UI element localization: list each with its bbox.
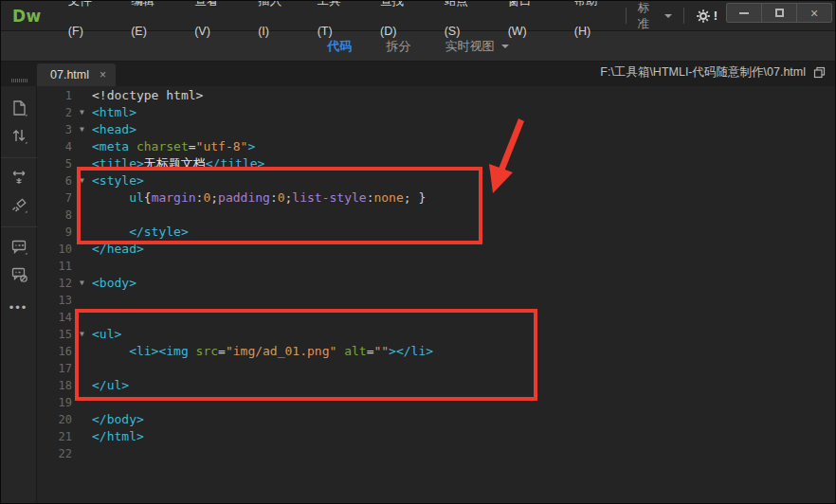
gear-badge: ! — [714, 9, 718, 23]
settings-button[interactable]: ! — [696, 9, 718, 24]
maximize-button[interactable] — [762, 4, 797, 22]
coding-toolbar: ••• — [1, 86, 37, 504]
remove-comment-icon[interactable] — [7, 261, 31, 286]
code-text: <li><img src="img/ad_01.png" alt=""></li… — [92, 343, 433, 360]
code-text: <body> — [92, 275, 136, 292]
close-button[interactable]: × — [797, 4, 831, 22]
menubar: 文件(F)编辑(E)查看(V)插入(I)工具(T)查找(D)站点(S)窗口(W)… — [55, 0, 626, 46]
code-line-1[interactable]: 1<!doctype html> — [37, 87, 835, 104]
open-documents-icon[interactable] — [7, 96, 31, 120]
line-number: 20 — [37, 411, 72, 428]
line-number: 12 — [37, 275, 72, 292]
fold-arrow-icon[interactable]: ▼ — [72, 172, 92, 189]
line-number: 21 — [37, 428, 72, 445]
file-path-area: F:\工具箱\HTMLI-代码随意制作\07.html — [600, 64, 835, 86]
menu-insert[interactable]: 插入(I) — [245, 0, 303, 46]
grip-dots-icon — [11, 79, 27, 82]
fold-gutter — [72, 189, 92, 207]
code-line-11[interactable]: 11 — [37, 258, 835, 275]
line-number: 19 — [37, 394, 72, 411]
code-line-22[interactable]: 22 — [37, 445, 835, 462]
fold-gutter — [72, 428, 92, 445]
code-line-19[interactable]: 19 — [37, 394, 835, 411]
code-line-6[interactable]: 6▼<style> — [37, 172, 835, 189]
menu-file[interactable]: 文件(F) — [55, 0, 118, 46]
code-line-2[interactable]: 2▼<html> — [37, 104, 835, 121]
menu-site[interactable]: 站点(S) — [431, 0, 495, 46]
gear-icon — [696, 9, 711, 24]
dreamweaver-window: Dw 文件(F)编辑(E)查看(V)插入(I)工具(T)查找(D)站点(S)窗口… — [0, 0, 836, 504]
more-options-icon[interactable]: ••• — [9, 300, 28, 315]
code-text: <html> — [92, 104, 136, 121]
line-number: 5 — [37, 155, 72, 172]
code-line-9[interactable]: 9 </style> — [37, 224, 835, 241]
toolbar-divider — [1, 157, 37, 158]
code-text: </body> — [92, 411, 144, 428]
collapse-expand-icon[interactable] — [7, 123, 31, 148]
line-number: 7 — [37, 189, 72, 207]
file-path: F:\工具箱\HTMLI-代码随意制作\07.html — [600, 64, 806, 81]
line-number: 8 — [37, 207, 72, 224]
titlebar-divider — [626, 8, 627, 24]
line-number: 3 — [37, 121, 72, 138]
menu-window[interactable]: 窗口(W) — [495, 0, 561, 46]
menu-help[interactable]: 帮助(H) — [561, 0, 626, 46]
code-text: <title>无标题文档</title> — [92, 155, 264, 172]
code-line-3[interactable]: 3▼<head> — [37, 121, 835, 138]
line-number: 11 — [37, 258, 72, 275]
minimize-button[interactable] — [727, 4, 762, 22]
tab-bar: 07.html × F:\工具箱\HTMLI-代码随意制作\07.html — [1, 62, 835, 86]
workspace-selector[interactable]: 标准 — [637, 0, 671, 32]
code-line-21[interactable]: 21</html> — [37, 428, 835, 445]
menu-tools[interactable]: 工具(T) — [304, 0, 367, 46]
code-text: <!doctype html> — [92, 87, 203, 104]
fold-gutter — [72, 224, 92, 241]
apply-comment-icon[interactable] — [7, 234, 31, 259]
code-line-18[interactable]: 18</ul> — [37, 377, 835, 394]
line-number: 16 — [37, 343, 72, 360]
tab-07-html[interactable]: 07.html × — [37, 63, 116, 86]
format-source-icon[interactable] — [7, 192, 31, 217]
word-wrap-icon[interactable] — [7, 165, 31, 189]
tab-close-icon[interactable]: × — [100, 69, 106, 81]
code-line-15[interactable]: 15▼<ul> — [37, 326, 835, 343]
menu-find[interactable]: 查找(D) — [367, 0, 431, 46]
code-text: <head> — [92, 121, 136, 138]
code-text: <ul> — [92, 326, 121, 343]
code-line-8[interactable]: 8 — [37, 207, 835, 224]
line-number: 2 — [37, 104, 72, 121]
code-line-20[interactable]: 20</body> — [37, 411, 835, 428]
code-line-7[interactable]: 7 ul{margin:0;padding:0;list-style:none;… — [37, 189, 835, 207]
code-line-4[interactable]: 4<meta charset="utf-8"> — [37, 138, 835, 155]
code-line-10[interactable]: 10</head> — [37, 241, 835, 258]
code-line-17[interactable]: 17 — [37, 360, 835, 377]
chevron-down-icon — [664, 14, 672, 18]
line-number: 13 — [37, 292, 72, 309]
sidebar-grip[interactable] — [1, 79, 37, 86]
tab-label: 07.html — [50, 68, 89, 81]
line-number: 6 — [37, 172, 72, 189]
code-text: </ul> — [92, 377, 129, 394]
code-line-16[interactable]: 16 <li><img src="img/ad_01.png" alt=""><… — [37, 343, 835, 360]
code-editor[interactable]: 1<!doctype html>2▼<html>3▼<head>4<meta c… — [37, 86, 835, 504]
titlebar-right: 标准 ! — [626, 0, 718, 32]
fold-gutter — [72, 394, 92, 411]
minimize-icon — [739, 12, 749, 14]
code-line-13[interactable]: 13 — [37, 292, 835, 309]
code-line-5[interactable]: 5<title>无标题文档</title> — [37, 155, 835, 172]
fold-arrow-icon[interactable]: ▼ — [72, 121, 92, 138]
fold-arrow-icon[interactable]: ▼ — [72, 104, 92, 121]
code-line-12[interactable]: 12▼<body> — [37, 275, 835, 292]
close-icon: × — [810, 7, 818, 20]
code-line-14[interactable]: 14 — [37, 309, 835, 326]
float-panel-icon[interactable] — [813, 66, 826, 79]
dreamweaver-logo: Dw — [12, 7, 42, 26]
fold-gutter — [72, 360, 92, 377]
fold-gutter — [72, 138, 92, 155]
fold-arrow-icon[interactable]: ▼ — [72, 275, 92, 292]
line-number: 22 — [37, 445, 72, 462]
menu-view[interactable]: 查看(V) — [181, 0, 245, 46]
code-text: </style> — [92, 224, 189, 241]
fold-arrow-icon[interactable]: ▼ — [72, 326, 92, 343]
menu-edit[interactable]: 编辑(E) — [118, 0, 181, 46]
